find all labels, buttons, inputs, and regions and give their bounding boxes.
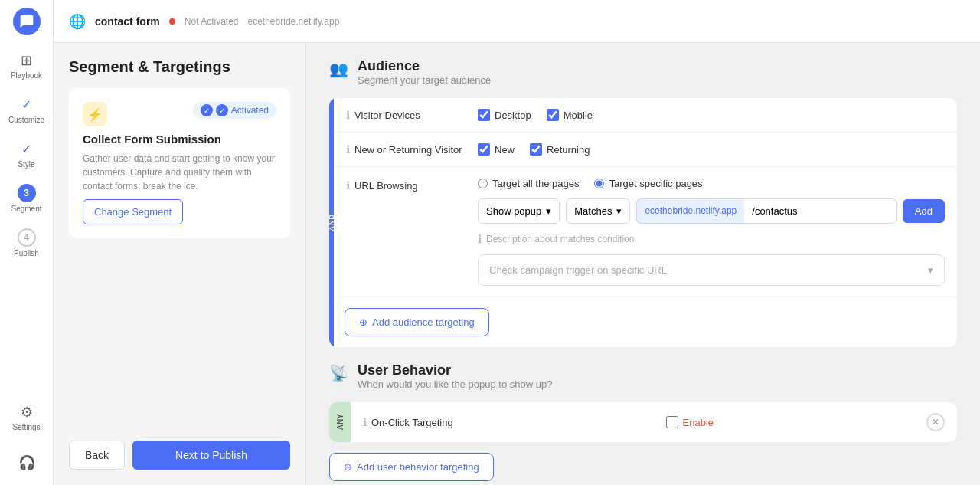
path-input[interactable]: [744, 198, 897, 224]
add-audience-targeting-button[interactable]: ⊕ Add audience targeting: [345, 308, 489, 336]
activated-badge: ✓ Activated: [193, 102, 276, 119]
url-browsing-controls: Target all the pages Target specific pag…: [478, 178, 945, 286]
audience-header-text: Audience Segment your target audience: [358, 58, 491, 86]
url-domain-path: ecethebride.netlify.app: [636, 198, 896, 224]
behavior-header-text: User Behavior When would you like the po…: [358, 362, 552, 390]
behavior-subtitle: When would you like the popup to show up…: [358, 378, 552, 390]
sidebar-item-segment[interactable]: 3 Segment: [5, 178, 49, 219]
info-icon-3[interactable]: ℹ: [346, 179, 350, 192]
chevron-down-icon-2: ▾: [616, 205, 622, 217]
on-click-content: ℹ On-Click Targeting Enable ✕: [351, 402, 957, 442]
new-check-item[interactable]: New: [478, 143, 514, 156]
sidebar-item-label: Publish: [14, 249, 39, 257]
sidebar-item-publish[interactable]: 4 Publish: [5, 222, 49, 264]
globe-icon: 🌐: [69, 13, 86, 30]
info-icon-2[interactable]: ℹ: [346, 143, 350, 156]
check-icon: ✓: [18, 139, 36, 158]
target-specific-radio[interactable]: [594, 179, 604, 188]
segment-card: ⚡ ✓ Activated Collect Form Submission Ga…: [69, 88, 290, 238]
returning-check-item[interactable]: Returning: [530, 143, 590, 156]
chevron-down-icon: ▾: [546, 205, 551, 217]
returning-label: Returning: [547, 144, 590, 156]
audience-title: Audience: [358, 58, 491, 74]
sidebar-item-label: Style: [18, 160, 34, 169]
behavior-section-header: 📡 User Behavior When would you like the …: [329, 362, 957, 390]
any-label: ANY: [336, 414, 345, 430]
on-click-label: ℹ On-Click Targeting: [363, 416, 453, 428]
sidebar-item-label: Customize: [8, 116, 44, 124]
right-panel: 👥 Audience Segment your target audience …: [306, 43, 980, 485]
enable-check-item[interactable]: Enable: [666, 416, 714, 428]
sidebar-item-settings[interactable]: ⚙ Settings: [5, 398, 49, 437]
segment-card-desc: Gather user data and start getting to kn…: [83, 152, 276, 193]
visitor-devices-text: Visitor Devices: [354, 110, 420, 121]
visitor-devices-label: ℹ Visitor Devices: [346, 109, 469, 121]
add-user-behavior-button[interactable]: ⊕ Add user behavior targeting: [329, 453, 494, 481]
target-all-radio-item[interactable]: Target all the pages: [478, 178, 579, 189]
domain-badge: ecethebride.netlify.app: [636, 198, 744, 224]
mobile-checkbox[interactable]: [547, 109, 559, 121]
sidebar-item-playbook[interactable]: ⊞ Playbook: [5, 46, 49, 86]
sidebar-item-support[interactable]: 🎧: [5, 448, 49, 477]
info-icon[interactable]: ℹ: [346, 109, 350, 121]
target-specific-radio-item[interactable]: Target specific pages: [594, 178, 702, 189]
url-browsing-row: ℹ URL Browsing Target all the pages: [334, 167, 957, 297]
sidebar-item-label: Playbook: [11, 71, 42, 80]
info-icon-4: ℹ: [478, 233, 482, 245]
close-button[interactable]: ✕: [926, 413, 945, 431]
info-icon-5[interactable]: ℹ: [363, 416, 367, 428]
audience-box: AND ℹ Visitor Devices: [329, 98, 957, 347]
desktop-checkbox[interactable]: [478, 109, 490, 121]
new-checkbox[interactable]: [478, 143, 490, 156]
returning-visitor-row: ℹ New or Returning Visitor New: [334, 133, 957, 167]
visitor-devices-checks: Desktop Mobile: [478, 109, 593, 121]
app-title: contact form: [95, 15, 160, 28]
campaign-trigger-dropdown[interactable]: Check campaign trigger on specific URL ▾: [478, 254, 945, 286]
plus-circle-icon-2: ⊕: [344, 461, 352, 473]
app-domain: ecethebride.netlify.app: [248, 16, 340, 27]
add-url-button[interactable]: Add: [903, 199, 945, 223]
desktop-check-item[interactable]: Desktop: [478, 109, 531, 121]
content-area: Segment & Targetings ⚡ ✓ Activated Colle…: [54, 43, 980, 485]
status-dot: [169, 18, 175, 25]
sidebar-item-customize[interactable]: ✓ Customize: [5, 89, 49, 130]
change-segment-button[interactable]: Change Segment: [83, 199, 183, 224]
segment-card-title: Collect Form Submission: [83, 133, 276, 146]
target-all-label: Target all the pages: [492, 178, 579, 189]
add-audience-label: Add audience targeting: [372, 316, 475, 328]
main-area: 🌐 contact form Not Activated ecethebride…: [54, 0, 980, 485]
visitor-type-checks: New Returning: [478, 143, 590, 156]
enable-label: Enable: [683, 417, 714, 428]
matches-select[interactable]: Matches ▾: [566, 198, 630, 224]
visitor-devices-row: ℹ Visitor Devices Desktop Mob: [334, 98, 957, 133]
segment-card-top: ⚡ ✓ Activated: [83, 102, 276, 126]
sidebar-item-style[interactable]: ✓ Style: [5, 133, 49, 175]
mobile-check-item[interactable]: Mobile: [547, 109, 593, 121]
next-to-publish-button[interactable]: Next to Publish: [132, 441, 290, 470]
audience-icon: 👥: [329, 60, 348, 78]
returning-checkbox[interactable]: [530, 143, 542, 156]
matches-text: Matches: [574, 205, 612, 217]
on-click-inner: ANY ℹ On-Click Targeting Enable: [329, 402, 957, 442]
user-behavior-section: 📡 User Behavior When would you like the …: [329, 362, 957, 481]
behavior-title: User Behavior: [358, 362, 552, 378]
audience-content: ℹ Visitor Devices Desktop Mob: [334, 98, 957, 347]
on-click-box: ANY ℹ On-Click Targeting Enable: [329, 402, 957, 442]
app-logo[interactable]: [13, 8, 41, 35]
activated-label: Activated: [231, 105, 269, 116]
lightning-icon: ⚡: [83, 102, 107, 126]
and-label: AND: [329, 214, 335, 231]
enable-checkbox[interactable]: [666, 416, 678, 428]
app-status: Not Activated: [185, 16, 239, 27]
desc-text-content: Description about matches condition: [486, 234, 634, 244]
returning-visitor-text: New or Returning Visitor: [354, 144, 462, 156]
sidebar-settings-label: Settings: [12, 423, 40, 431]
check-icon: ✓: [18, 95, 36, 113]
show-popup-select[interactable]: Show popup ▾: [478, 198, 560, 224]
target-all-radio[interactable]: [478, 179, 488, 188]
back-button[interactable]: Back: [69, 441, 125, 470]
left-panel: Segment & Targetings ⚡ ✓ Activated Colle…: [54, 43, 306, 485]
on-click-row: ℹ On-Click Targeting Enable ✕: [363, 413, 945, 431]
url-browsing-label: ℹ URL Browsing: [346, 178, 469, 192]
target-specific-label: Target specific pages: [609, 178, 702, 189]
